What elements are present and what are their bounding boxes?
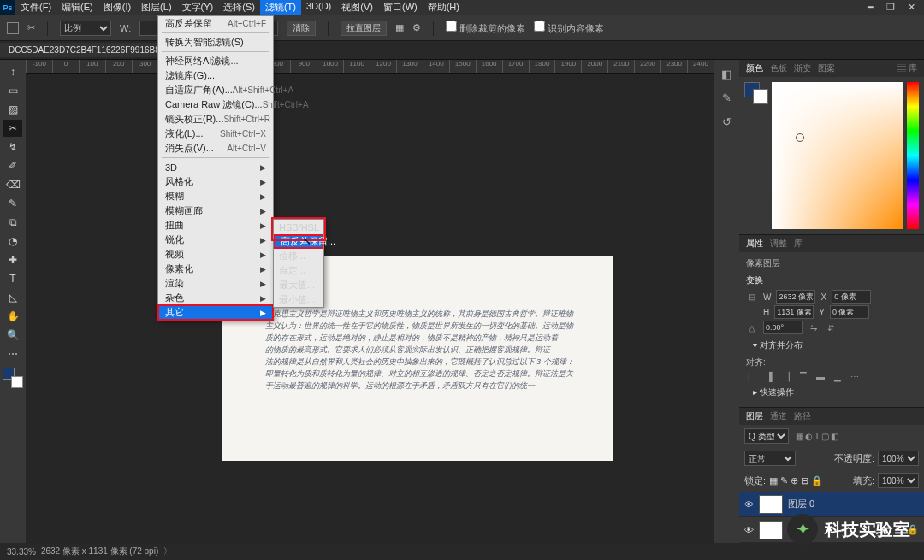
menu-item[interactable]: 模糊画廊▶ (158, 203, 273, 218)
menu-item[interactable]: 高反差保留Alt+Ctrl+F (158, 16, 273, 31)
menu-文件(F)[interactable]: 文件(F) (15, 0, 56, 15)
link-icon[interactable]: ⊟ (746, 292, 758, 302)
menu-item[interactable]: 锐化▶ (158, 233, 273, 247)
angle-input[interactable] (763, 321, 803, 334)
color-field[interactable] (772, 82, 903, 229)
lib-icon[interactable]: ▤ 库 (897, 62, 917, 74)
submenu-item[interactable]: 自定... (274, 263, 323, 278)
tool-4[interactable]: ↯ (3, 139, 22, 156)
tool-2[interactable]: ▨ (3, 101, 22, 118)
minimize-button[interactable]: ━ (862, 2, 878, 13)
tool-11[interactable]: T (3, 270, 22, 287)
grid-icon[interactable]: ▦ (395, 22, 404, 33)
menu-item[interactable]: 风格化▶ (158, 174, 273, 189)
close-button[interactable]: ✕ (903, 2, 919, 13)
align-buttons[interactable]: ▏▐▕ ▔▬▁ ⋯ (746, 372, 917, 381)
opacity-select[interactable]: 100% (878, 451, 919, 466)
maximize-button[interactable]: ❐ (883, 2, 898, 13)
menu-item[interactable]: 自适应广角(A)...Alt+Shift+Ctrl+A (158, 83, 273, 97)
tab-paths[interactable]: 路径 (794, 410, 811, 422)
tab-gradients[interactable]: 渐变 (794, 62, 811, 74)
history-icon[interactable]: ↺ (718, 113, 735, 130)
x-input[interactable] (832, 290, 871, 304)
tool-5[interactable]: ✐ (3, 157, 22, 174)
home-icon[interactable] (7, 22, 19, 34)
menu-文字(Y)[interactable]: 文字(Y) (177, 0, 219, 15)
filter-icons[interactable]: ▦◐T▢◧ (796, 432, 838, 441)
submenu-item[interactable]: 高反差保留... (274, 234, 323, 249)
fill-select[interactable]: 100% (878, 473, 919, 488)
filter-kind-select[interactable]: Q 类型 (744, 428, 789, 444)
straighten-button[interactable]: 拉直图层 (341, 21, 387, 36)
tool-10[interactable]: ✚ (3, 251, 22, 268)
layer-name[interactable]: 图层 0 (788, 498, 814, 510)
menu-图像(I)[interactable]: 图像(I) (98, 0, 136, 15)
menu-滤镜(T)[interactable]: 滤镜(T) (260, 0, 301, 15)
menu-item[interactable]: 其它▶ (158, 305, 273, 320)
layer-thumbnail[interactable] (759, 521, 783, 539)
tool-6[interactable]: ⌫ (3, 176, 22, 193)
menu-3D(D)[interactable]: 3D(D) (301, 0, 336, 15)
menu-选择(S)[interactable]: 选择(S) (218, 0, 260, 15)
tool-9[interactable]: ◔ (3, 233, 22, 250)
menu-item[interactable]: 扭曲▶ (158, 218, 273, 233)
tab-properties[interactable]: 属性 (746, 238, 763, 250)
menu-编辑(E)[interactable]: 编辑(E) (56, 0, 98, 15)
tab-patterns[interactable]: 图案 (818, 62, 835, 74)
hue-slider[interactable] (907, 82, 919, 229)
menu-item[interactable]: 模糊▶ (158, 189, 273, 203)
w-input[interactable] (776, 290, 815, 304)
tab-layers[interactable]: 图层 (746, 410, 763, 422)
clear-button[interactable]: 清除 (287, 21, 316, 36)
h-input[interactable] (774, 305, 814, 319)
menu-item[interactable]: 滤镜库(G)... (158, 68, 273, 83)
flip-v-icon[interactable]: ⇵ (825, 323, 837, 333)
layer-thumbnail[interactable] (759, 495, 783, 514)
tab-swatches[interactable]: 色板 (770, 62, 787, 74)
bg-color[interactable] (753, 89, 768, 104)
canvas-area[interactable]: -100010020030040050060070080090010001100… (26, 60, 714, 543)
tool-0[interactable]: ↕ (3, 63, 22, 80)
submenu-item[interactable]: 最小值... (274, 292, 323, 307)
submenu-item[interactable]: HSB/HSL (274, 220, 323, 234)
menu-item[interactable]: 转换为智能滤镜(S) (158, 35, 273, 50)
flip-h-icon[interactable]: ⇋ (808, 323, 820, 333)
submenu-item[interactable]: 位移... (274, 249, 323, 263)
menu-item[interactable]: 视频▶ (158, 247, 273, 262)
menu-item[interactable]: 液化(L)...Shift+Ctrl+X (158, 127, 273, 141)
brush-icon[interactable]: ✎ (718, 89, 735, 106)
tool-8[interactable]: ⧉ (3, 214, 22, 231)
menu-item[interactable]: 渲染▶ (158, 276, 273, 291)
tab-channels[interactable]: 通道 (770, 410, 787, 422)
visibility-toggle[interactable]: 👁 (744, 525, 754, 535)
dock-icon[interactable]: ◧ (718, 65, 735, 82)
menu-item[interactable]: Camera Raw 滤镜(C)...Shift+Ctrl+A (158, 97, 273, 112)
ratio-select[interactable]: 比例 (60, 21, 111, 36)
delete-px-checkbox[interactable]: 删除裁剪的像素 (446, 21, 525, 35)
menu-item[interactable]: 像素化▶ (158, 262, 273, 276)
tool-1[interactable]: ▭ (3, 82, 22, 99)
zoom-level[interactable]: 33.33% (7, 547, 36, 557)
color-swatches[interactable] (3, 368, 23, 388)
submenu-item[interactable]: 最大值... (274, 278, 323, 292)
tool-12[interactable]: ◺ (3, 289, 22, 306)
menu-帮助(H)[interactable]: 帮助(H) (423, 0, 465, 15)
tool-3[interactable]: ✂ (3, 120, 22, 137)
tool-7[interactable]: ✎ (3, 195, 22, 212)
tool-13[interactable]: ✋ (3, 308, 22, 325)
y-input[interactable] (830, 305, 869, 319)
tool-14[interactable]: 🔍 (3, 327, 22, 344)
menu-item[interactable]: 消失点(V)...Alt+Ctrl+V (158, 141, 273, 156)
menu-item[interactable]: 镜头校正(R)...Shift+Ctrl+R (158, 112, 273, 127)
tab-adjustments[interactable]: 调整 (770, 238, 787, 250)
tab-libraries[interactable]: 库 (794, 238, 803, 250)
blend-mode-select[interactable]: 正常 (744, 451, 796, 466)
lock-icons[interactable]: ▦ ✎ ⊕ ⊟ 🔒 (769, 475, 823, 486)
tab-color[interactable]: 颜色 (746, 62, 763, 74)
visibility-toggle[interactable]: 👁 (744, 499, 754, 510)
tool-15[interactable]: ⋯ (3, 345, 22, 363)
menu-item[interactable]: 3D▶ (158, 160, 273, 174)
gear-icon[interactable]: ⚙ (412, 22, 421, 33)
menu-窗口(W)[interactable]: 窗口(W) (378, 0, 423, 15)
menu-视图(V)[interactable]: 视图(V) (336, 0, 378, 15)
